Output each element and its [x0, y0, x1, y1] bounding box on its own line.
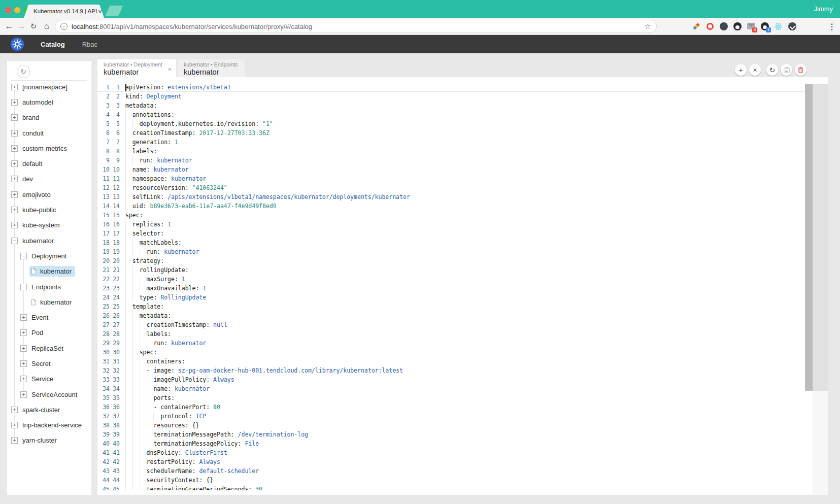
- tree-item-automodel[interactable]: +automodel: [7, 94, 91, 110]
- expand-icon[interactable]: +: [20, 360, 27, 367]
- reload-icon[interactable]: ↻: [27, 18, 40, 35]
- pen-tool-extension-icon[interactable]: [692, 22, 700, 31]
- editor-scrollbar-thumb[interactable]: [805, 84, 813, 391]
- code-text: labels:: [125, 329, 828, 339]
- editor-tab-endpoints-kubernator[interactable]: kubernator • Endpoints kubernator: [178, 59, 245, 77]
- gutter-line-number: 28: [97, 329, 110, 339]
- evernote-extension-icon[interactable]: [719, 22, 728, 31]
- tree-item-spark-cluster[interactable]: +spark-cluster: [7, 402, 91, 417]
- expand-icon[interactable]: +: [11, 191, 18, 198]
- window-minimize-button[interactable]: [14, 7, 20, 13]
- tree-item-emojivoto[interactable]: +emojivoto: [7, 187, 91, 202]
- editor-scrollbar-track-lower[interactable]: [813, 391, 828, 495]
- sidebar-refresh-button[interactable]: ↻: [17, 65, 30, 78]
- tab-close-button[interactable]: ×: [749, 64, 761, 76]
- site-info-icon[interactable]: i: [60, 23, 68, 30]
- tree-item-trip-backend-service[interactable]: +trip-backend-service: [7, 418, 91, 433]
- expand-icon[interactable]: +: [20, 391, 27, 398]
- expand-icon[interactable]: +: [11, 222, 18, 228]
- browser-tab[interactable]: Kubernator v0.14.9 | API v1.8.5 ×: [24, 5, 104, 18]
- expand-icon[interactable]: +: [11, 99, 18, 106]
- tree-item-secret[interactable]: +Secret: [7, 356, 91, 371]
- tree-item-kube-public[interactable]: +kube-public: [7, 202, 91, 217]
- code-line-16: 1616 replicas: 1: [97, 220, 828, 229]
- code-text: terminationMessagePath: /dev/termination…: [125, 430, 828, 439]
- expand-icon[interactable]: +: [11, 130, 18, 137]
- delete-button[interactable]: [795, 64, 807, 76]
- resource-reload-button[interactable]: ↻: [766, 64, 778, 76]
- mail-notifier-extension-icon[interactable]: 5: [747, 22, 755, 31]
- selected-file-highlight[interactable]: kubernator: [29, 266, 75, 277]
- indent-guide: [125, 220, 132, 229]
- tab-add-button[interactable]: +: [735, 64, 747, 76]
- tree-item-nonamespace[interactable]: +[nonamespace]: [7, 79, 91, 94]
- tree-item-kube-system[interactable]: +kube-system: [7, 218, 91, 233]
- save-button[interactable]: [781, 64, 792, 76]
- editor-tab-close-icon[interactable]: ×: [167, 65, 172, 73]
- expand-icon[interactable]: +: [20, 314, 27, 321]
- tree-item-default[interactable]: +default: [7, 156, 91, 171]
- home-icon[interactable]: ⌂: [41, 18, 53, 35]
- expand-icon[interactable]: +: [11, 160, 18, 167]
- new-tab-button[interactable]: [106, 6, 123, 16]
- pocket-extension-icon[interactable]: [788, 22, 796, 31]
- tree-item-endpoints[interactable]: −Endpoints: [7, 279, 91, 294]
- tree-item-service[interactable]: +Service: [7, 372, 91, 387]
- collapse-icon[interactable]: −: [11, 238, 18, 244]
- expand-icon[interactable]: +: [11, 114, 18, 121]
- gutter-line-number: 13: [110, 192, 120, 201]
- tree-item-dev[interactable]: +dev: [7, 172, 91, 187]
- expand-icon[interactable]: +: [20, 376, 27, 382]
- expand-icon[interactable]: +: [11, 84, 18, 90]
- browser-menu-icon[interactable]: ⋮: [828, 18, 836, 35]
- expand-icon[interactable]: +: [11, 422, 18, 428]
- indent-guide: [125, 147, 132, 156]
- address-bar[interactable]: i localhost:8001/api/v1/namespaces/kuber…: [55, 20, 657, 33]
- editor-scrollbar-track[interactable]: [813, 84, 828, 391]
- editor-tab-deployment-kubernator[interactable]: kubernator • Deployment kubernator ×: [97, 59, 176, 77]
- tree-item-kubernator[interactable]: −kubernator: [7, 233, 91, 248]
- collapse-icon[interactable]: −: [20, 284, 27, 290]
- file-entry[interactable]: kubernator: [29, 297, 75, 308]
- url-path: :8001/api/v1/namespaces/kubernator/servi…: [97, 23, 312, 30]
- collapse-icon[interactable]: −: [20, 253, 27, 259]
- yaml-editor-panel[interactable]: 11apiVersion: extensions/v1beta122kind: …: [97, 77, 828, 495]
- tree-file-kubernator[interactable]: kubernator: [7, 264, 91, 279]
- expand-icon[interactable]: +: [20, 345, 27, 352]
- back-icon[interactable]: ←: [3, 18, 15, 35]
- text-cursor: [125, 84, 126, 91]
- bookmark-star-icon[interactable]: ☆: [645, 22, 651, 31]
- editor-content[interactable]: 11apiVersion: extensions/v1beta122kind: …: [97, 83, 828, 490]
- tree-file-kubernator[interactable]: kubernator: [7, 294, 91, 310]
- ad-blocker-extension-icon[interactable]: [705, 22, 714, 31]
- tree-item-pod[interactable]: +Pod: [7, 325, 91, 341]
- github-extension-icon[interactable]: [733, 22, 742, 31]
- gutter-line-number: 26: [97, 311, 110, 320]
- indent-guide: [140, 320, 147, 329]
- browser-profile-name[interactable]: Jimmy: [814, 5, 833, 13]
- github-notifier-extension-icon[interactable]: 1: [760, 22, 769, 31]
- editor-tab-context: kubernator • Endpoints: [184, 61, 240, 68]
- expand-icon[interactable]: +: [11, 407, 18, 413]
- expand-icon[interactable]: +: [11, 207, 18, 213]
- tree-item-brand[interactable]: +brand: [7, 110, 91, 125]
- nav-item-rbac[interactable]: Rbac: [82, 41, 97, 48]
- expand-icon[interactable]: +: [11, 437, 18, 444]
- indent-guide: [140, 485, 147, 490]
- indent-guide: [153, 412, 160, 421]
- nav-item-catalog[interactable]: Catalog: [41, 41, 65, 48]
- expand-icon[interactable]: +: [11, 176, 18, 182]
- expand-icon[interactable]: +: [11, 145, 18, 152]
- tree-item-yarn-cluster[interactable]: +yarn-cluster: [7, 433, 91, 448]
- tree-item-replicaset[interactable]: +ReplicaSet: [7, 341, 91, 356]
- tree-item-event[interactable]: +Event: [7, 310, 91, 325]
- react-devtools-extension-icon[interactable]: [774, 22, 783, 31]
- expand-icon[interactable]: +: [20, 329, 27, 336]
- tree-item-conduit[interactable]: +conduit: [7, 125, 91, 141]
- indent-guide: [147, 430, 154, 439]
- tree-item-serviceaccount[interactable]: +ServiceAccount: [7, 387, 91, 402]
- tree-item-deployment[interactable]: −Deployment: [7, 248, 91, 263]
- window-close-button[interactable]: [5, 7, 11, 13]
- tree-item-custom-metrics[interactable]: +custom-metrics: [7, 141, 91, 156]
- indent-guide: [140, 247, 147, 256]
